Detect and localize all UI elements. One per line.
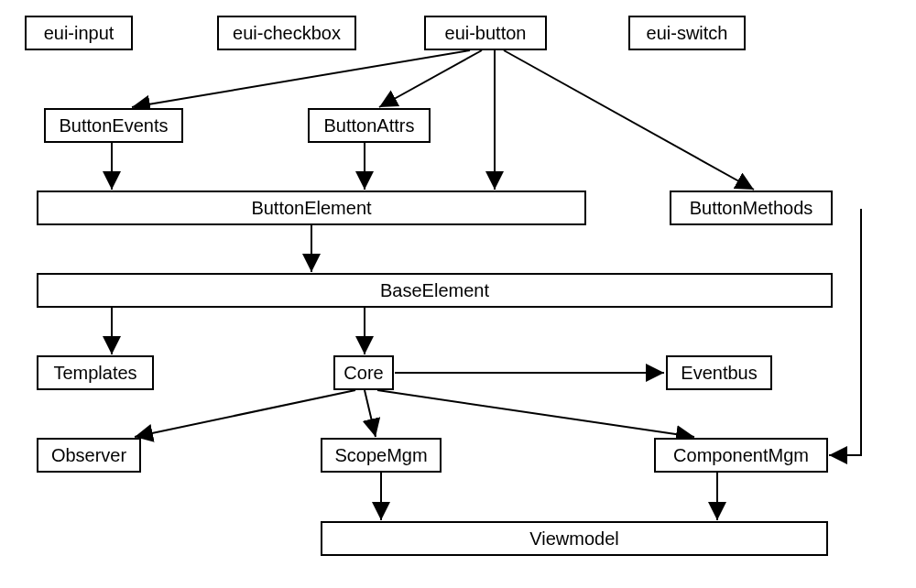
node-button-element: ButtonElement xyxy=(37,191,586,225)
node-eui-button: eui-button xyxy=(424,16,547,50)
node-viewmodel: Viewmodel xyxy=(321,521,828,556)
node-button-events: ButtonEvents xyxy=(44,108,183,143)
node-eui-input: eui-input xyxy=(25,16,133,50)
node-observer: Observer xyxy=(37,438,141,473)
svg-line-1 xyxy=(379,50,482,107)
node-eui-switch: eui-switch xyxy=(628,16,746,50)
node-component-mgm: ComponentMgm xyxy=(654,438,828,473)
svg-line-0 xyxy=(132,50,470,107)
svg-line-12 xyxy=(377,390,694,437)
svg-line-11 xyxy=(365,390,376,437)
node-templates: Templates xyxy=(37,355,154,390)
node-base-element: BaseElement xyxy=(37,273,833,308)
node-eventbus: Eventbus xyxy=(666,355,772,390)
diagram-container: eui-input eui-checkbox eui-button eui-sw… xyxy=(0,0,916,588)
node-button-methods: ButtonMethods xyxy=(670,191,833,225)
svg-line-10 xyxy=(135,390,355,437)
node-eui-checkbox: eui-checkbox xyxy=(217,16,356,50)
node-core: Core xyxy=(333,355,394,390)
node-scope-mgm: ScopeMgm xyxy=(321,438,442,473)
svg-line-3 xyxy=(504,50,754,190)
node-button-attrs: ButtonAttrs xyxy=(308,108,431,143)
